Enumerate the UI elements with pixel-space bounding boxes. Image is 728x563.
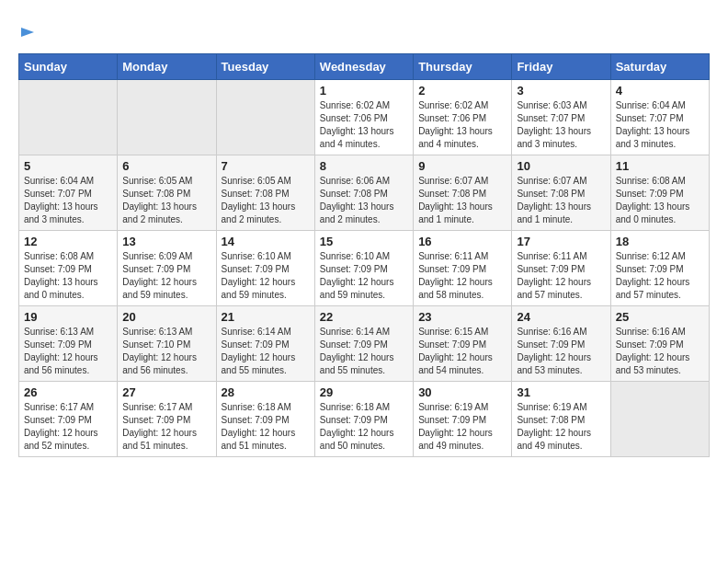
day-info: Sunrise: 6:07 AMSunset: 7:08 PMDaylight:… [418, 175, 506, 226]
day-info: Sunrise: 6:16 AMSunset: 7:09 PMDaylight:… [517, 326, 605, 377]
day-number: 19 [24, 310, 112, 324]
day-number: 26 [24, 385, 112, 399]
day-number: 13 [122, 235, 210, 248]
day-info: Sunrise: 6:10 AMSunset: 7:09 PMDaylight:… [320, 250, 408, 302]
day-number: 8 [320, 159, 408, 173]
calendar-cell: 5Sunrise: 6:04 AMSunset: 7:07 PMDaylight… [19, 155, 118, 231]
day-info: Sunrise: 6:09 AMSunset: 7:09 PMDaylight:… [122, 250, 210, 302]
day-info: Sunrise: 6:05 AMSunset: 7:08 PMDaylight:… [122, 175, 210, 226]
calendar-cell [118, 80, 216, 155]
col-header-friday: Friday [512, 54, 610, 80]
day-number: 25 [616, 310, 704, 324]
day-number: 17 [517, 235, 605, 248]
day-info: Sunrise: 6:17 AMSunset: 7:09 PMDaylight:… [122, 401, 210, 453]
calendar-cell: 24Sunrise: 6:16 AMSunset: 7:09 PMDayligh… [512, 306, 610, 382]
day-number: 2 [418, 84, 506, 98]
calendar-cell: 28Sunrise: 6:18 AMSunset: 7:09 PMDayligh… [216, 382, 314, 457]
day-number: 7 [222, 159, 310, 173]
day-number: 18 [616, 235, 704, 248]
calendar-cell: 19Sunrise: 6:13 AMSunset: 7:09 PMDayligh… [19, 306, 118, 382]
day-number: 4 [616, 84, 704, 98]
day-info: Sunrise: 6:05 AMSunset: 7:08 PMDaylight:… [222, 175, 310, 226]
day-number: 20 [122, 310, 210, 324]
day-info: Sunrise: 6:16 AMSunset: 7:09 PMDaylight:… [616, 326, 704, 377]
calendar-cell: 4Sunrise: 6:04 AMSunset: 7:07 PMDaylight… [610, 80, 709, 155]
day-info: Sunrise: 6:07 AMSunset: 7:08 PMDaylight:… [517, 175, 605, 226]
col-header-thursday: Thursday [414, 54, 512, 80]
calendar-cell: 7Sunrise: 6:05 AMSunset: 7:08 PMDaylight… [216, 155, 314, 231]
calendar-cell: 31Sunrise: 6:19 AMSunset: 7:08 PMDayligh… [512, 382, 610, 457]
calendar-cell: 21Sunrise: 6:14 AMSunset: 7:09 PMDayligh… [216, 306, 314, 382]
day-number: 15 [320, 235, 408, 248]
col-header-wednesday: Wednesday [314, 54, 413, 80]
day-info: Sunrise: 6:13 AMSunset: 7:09 PMDaylight:… [24, 326, 112, 377]
day-info: Sunrise: 6:13 AMSunset: 7:10 PMDaylight:… [122, 326, 210, 377]
calendar-cell: 8Sunrise: 6:06 AMSunset: 7:08 PMDaylight… [314, 155, 413, 231]
day-number: 3 [517, 84, 605, 98]
day-info: Sunrise: 6:08 AMSunset: 7:09 PMDaylight:… [616, 175, 704, 226]
day-info: Sunrise: 6:11 AMSunset: 7:09 PMDaylight:… [517, 250, 605, 302]
page-header [18, 18, 710, 44]
day-info: Sunrise: 6:12 AMSunset: 7:09 PMDaylight:… [616, 250, 704, 302]
calendar-cell: 27Sunrise: 6:17 AMSunset: 7:09 PMDayligh… [118, 382, 216, 457]
calendar-cell: 20Sunrise: 6:13 AMSunset: 7:10 PMDayligh… [118, 306, 216, 382]
day-info: Sunrise: 6:14 AMSunset: 7:09 PMDaylight:… [222, 326, 310, 377]
calendar-cell: 14Sunrise: 6:10 AMSunset: 7:09 PMDayligh… [216, 231, 314, 306]
calendar-cell: 12Sunrise: 6:08 AMSunset: 7:09 PMDayligh… [19, 231, 118, 306]
calendar-cell [216, 80, 314, 155]
calendar-cell: 16Sunrise: 6:11 AMSunset: 7:09 PMDayligh… [414, 231, 512, 306]
col-header-tuesday: Tuesday [216, 54, 314, 80]
logo-arrow-icon [21, 24, 38, 40]
day-info: Sunrise: 6:18 AMSunset: 7:09 PMDaylight:… [222, 401, 310, 453]
calendar-cell: 25Sunrise: 6:16 AMSunset: 7:09 PMDayligh… [610, 306, 709, 382]
day-number: 31 [517, 385, 605, 399]
day-number: 29 [320, 385, 408, 399]
logo [18, 18, 38, 44]
col-header-monday: Monday [118, 54, 216, 80]
day-info: Sunrise: 6:15 AMSunset: 7:09 PMDaylight:… [418, 326, 506, 377]
calendar-cell: 2Sunrise: 6:02 AMSunset: 7:06 PMDaylight… [414, 80, 512, 155]
calendar-cell [19, 80, 118, 155]
day-info: Sunrise: 6:10 AMSunset: 7:09 PMDaylight:… [222, 250, 310, 302]
day-info: Sunrise: 6:18 AMSunset: 7:09 PMDaylight:… [320, 401, 408, 453]
day-number: 30 [418, 385, 506, 399]
day-info: Sunrise: 6:03 AMSunset: 7:07 PMDaylight:… [517, 99, 605, 151]
day-number: 9 [418, 159, 506, 173]
calendar-cell [610, 382, 709, 457]
day-info: Sunrise: 6:02 AMSunset: 7:06 PMDaylight:… [320, 99, 408, 151]
calendar-cell: 22Sunrise: 6:14 AMSunset: 7:09 PMDayligh… [314, 306, 413, 382]
day-number: 6 [122, 159, 210, 173]
col-header-saturday: Saturday [610, 54, 709, 80]
day-number: 5 [24, 159, 112, 173]
col-header-sunday: Sunday [19, 54, 118, 80]
calendar-table: SundayMondayTuesdayWednesdayThursdayFrid… [18, 53, 710, 457]
calendar-cell: 11Sunrise: 6:08 AMSunset: 7:09 PMDayligh… [610, 155, 709, 231]
day-info: Sunrise: 6:14 AMSunset: 7:09 PMDaylight:… [320, 326, 408, 377]
calendar-cell: 3Sunrise: 6:03 AMSunset: 7:07 PMDaylight… [512, 80, 610, 155]
calendar-cell: 18Sunrise: 6:12 AMSunset: 7:09 PMDayligh… [610, 231, 709, 306]
calendar-cell: 13Sunrise: 6:09 AMSunset: 7:09 PMDayligh… [118, 231, 216, 306]
day-number: 28 [222, 385, 310, 399]
day-info: Sunrise: 6:06 AMSunset: 7:08 PMDaylight:… [320, 175, 408, 226]
day-number: 23 [418, 310, 506, 324]
day-number: 1 [320, 84, 408, 98]
calendar-cell: 26Sunrise: 6:17 AMSunset: 7:09 PMDayligh… [19, 382, 118, 457]
calendar-cell: 15Sunrise: 6:10 AMSunset: 7:09 PMDayligh… [314, 231, 413, 306]
calendar-cell: 29Sunrise: 6:18 AMSunset: 7:09 PMDayligh… [314, 382, 413, 457]
day-info: Sunrise: 6:19 AMSunset: 7:08 PMDaylight:… [517, 401, 605, 453]
day-number: 24 [517, 310, 605, 324]
calendar-cell: 23Sunrise: 6:15 AMSunset: 7:09 PMDayligh… [414, 306, 512, 382]
day-info: Sunrise: 6:02 AMSunset: 7:06 PMDaylight:… [418, 99, 506, 151]
day-info: Sunrise: 6:19 AMSunset: 7:09 PMDaylight:… [418, 401, 506, 453]
day-info: Sunrise: 6:17 AMSunset: 7:09 PMDaylight:… [24, 401, 112, 453]
day-number: 16 [418, 235, 506, 248]
day-info: Sunrise: 6:08 AMSunset: 7:09 PMDaylight:… [24, 250, 112, 302]
day-number: 10 [517, 159, 605, 173]
calendar-cell: 10Sunrise: 6:07 AMSunset: 7:08 PMDayligh… [512, 155, 610, 231]
day-info: Sunrise: 6:04 AMSunset: 7:07 PMDaylight:… [24, 175, 112, 226]
calendar-cell: 6Sunrise: 6:05 AMSunset: 7:08 PMDaylight… [118, 155, 216, 231]
calendar-cell: 17Sunrise: 6:11 AMSunset: 7:09 PMDayligh… [512, 231, 610, 306]
calendar-cell: 30Sunrise: 6:19 AMSunset: 7:09 PMDayligh… [414, 382, 512, 457]
day-info: Sunrise: 6:11 AMSunset: 7:09 PMDaylight:… [418, 250, 506, 302]
day-number: 14 [222, 235, 310, 248]
